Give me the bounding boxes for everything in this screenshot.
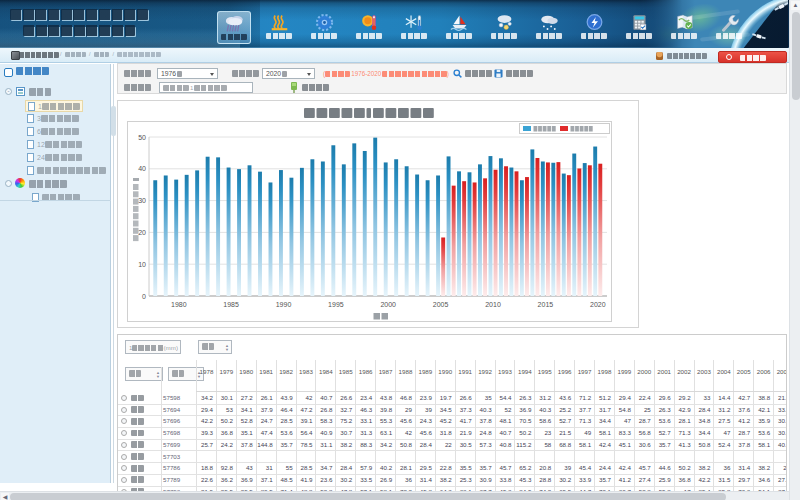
svg-text:2020: 2020 — [590, 301, 606, 308]
svg-text:2000: 2000 — [380, 301, 396, 308]
svg-text:2015: 2015 — [538, 301, 554, 308]
svg-text:10: 10 — [138, 261, 146, 268]
svg-text:1980: 1980 — [171, 301, 187, 308]
svg-text:20: 20 — [138, 229, 146, 236]
svg-text:1995: 1995 — [328, 301, 344, 308]
svg-text:1985: 1985 — [223, 301, 239, 308]
svg-text:40: 40 — [138, 165, 146, 172]
svg-text:1990: 1990 — [276, 301, 292, 308]
svg-text:2010: 2010 — [485, 301, 501, 308]
svg-text:50: 50 — [138, 134, 146, 141]
svg-text:0: 0 — [142, 293, 146, 300]
svg-text:30: 30 — [138, 197, 146, 204]
svg-text:2005: 2005 — [433, 301, 449, 308]
